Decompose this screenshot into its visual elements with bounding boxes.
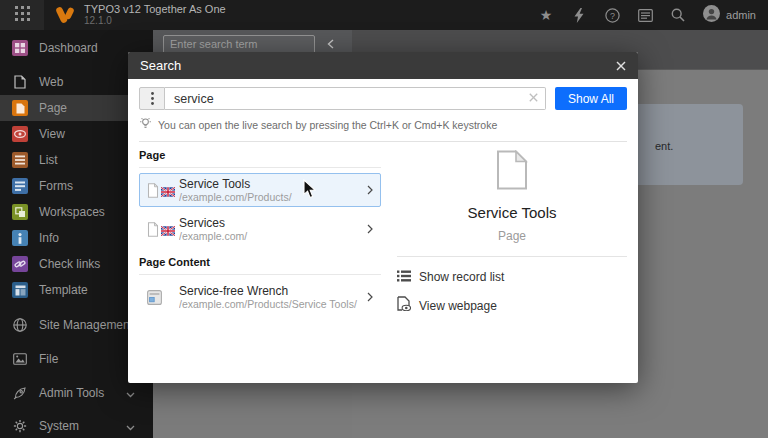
- sidebar-label: View: [39, 127, 65, 141]
- svg-text:?: ?: [610, 10, 615, 20]
- clear-search-icon[interactable]: [529, 93, 538, 102]
- record-list-icon: [397, 268, 411, 286]
- lightbulb-icon: [139, 116, 152, 134]
- sidebar-label: Page: [39, 101, 67, 115]
- chevron-right-icon: [363, 292, 373, 302]
- action-label: View webpage: [419, 299, 497, 313]
- result-icons: [147, 290, 179, 305]
- tree-search-input[interactable]: [163, 35, 315, 54]
- clear-cache-bolt-icon[interactable]: [571, 7, 587, 23]
- result-title: Service-free Wrench: [179, 284, 363, 298]
- preview-title: Service Tools: [397, 204, 627, 221]
- result-item-services[interactable]: Services /example.com/: [139, 212, 381, 246]
- result-path: /example.com/: [179, 230, 363, 242]
- site-name: TYPO3 v12 Together As One 12.1.0: [84, 4, 226, 26]
- list-module-icon: [12, 152, 28, 168]
- modal-search-row: Show All: [139, 87, 627, 110]
- typo3-logo-icon[interactable]: [54, 4, 76, 26]
- result-path: /example.com/Products/: [179, 191, 363, 203]
- results-layout: Page: [139, 142, 627, 325]
- modal-search-input-wrap: [165, 87, 546, 110]
- result-title: Services: [179, 216, 363, 230]
- shortcut-hint: You can open the live search by pressing…: [139, 116, 627, 134]
- live-search-modal: Search: [128, 52, 638, 383]
- result-texts: Services /example.com/: [179, 216, 363, 242]
- show-all-button[interactable]: Show All: [555, 87, 627, 110]
- globe-icon: [12, 317, 28, 333]
- content-element-icon: [147, 290, 162, 305]
- modal-header: Search: [128, 52, 638, 79]
- sidebar-label: Site Management: [39, 318, 133, 332]
- chevron-right-icon: [363, 185, 373, 195]
- search-options-kebab-button[interactable]: [139, 87, 165, 110]
- result-icons: [147, 222, 179, 237]
- modal-body: Show All You can open the live search by…: [128, 79, 638, 325]
- chevron-down-icon: [126, 417, 135, 435]
- user-menu[interactable]: admin: [703, 5, 756, 26]
- sidebar-label: Template: [39, 283, 88, 297]
- modal-title: Search: [140, 58, 181, 73]
- module-menu-toggle-button[interactable]: [0, 0, 44, 30]
- info-module-icon: [12, 230, 28, 246]
- topbar-tools: ★ ?: [538, 5, 768, 26]
- chevron-down-icon: [126, 384, 135, 402]
- file-image-icon: [12, 351, 28, 367]
- sidebar-label: Dashboard: [39, 41, 98, 55]
- sidebar-group-system[interactable]: System: [0, 413, 153, 438]
- check-links-chain-icon: [12, 256, 28, 272]
- sidebar-group-admin-tools[interactable]: Admin Tools: [0, 380, 153, 406]
- gear-icon: [12, 418, 28, 434]
- view-eye-icon: [12, 126, 28, 142]
- preview-column: Service Tools Page Show record list: [397, 142, 627, 325]
- page-module-icon: [12, 100, 28, 116]
- uk-flag-icon: [161, 187, 175, 197]
- sidebar-label: List: [39, 153, 58, 167]
- result-texts: Service Tools /example.com/Products/: [179, 177, 363, 203]
- section-title-page: Page: [139, 149, 381, 161]
- divider: [397, 256, 627, 257]
- action-label: Show record list: [419, 270, 504, 284]
- section-title-page-content: Page Content: [139, 256, 381, 268]
- typo3-backend: TYPO3 v12 Together As One 12.1.0 ★ ?: [0, 0, 768, 438]
- help-icon[interactable]: ?: [604, 7, 620, 23]
- username-label: admin: [726, 9, 756, 21]
- view-webpage-icon: [397, 296, 411, 315]
- system-information-icon[interactable]: [637, 7, 653, 23]
- topbar: TYPO3 v12 Together As One 12.1.0 ★ ?: [0, 0, 768, 30]
- search-icon[interactable]: [670, 7, 686, 23]
- divider: [139, 274, 381, 275]
- site-title: TYPO3 v12 Together As One: [84, 4, 226, 15]
- preview-type-label: Page: [397, 229, 627, 243]
- sidebar-label: Web: [39, 75, 63, 89]
- site-version: 12.1.0: [84, 15, 226, 26]
- callout-text-fragment: ent.: [655, 140, 673, 152]
- template-module-icon: [12, 282, 28, 298]
- rocket-icon: [12, 385, 28, 401]
- forms-module-icon: [12, 178, 28, 194]
- bookmarks-star-icon[interactable]: ★: [538, 7, 554, 23]
- dashboard-icon: [12, 40, 28, 56]
- result-item-service-free-wrench[interactable]: Service-free Wrench /example.com/Product…: [139, 280, 381, 314]
- result-icons: [147, 183, 179, 198]
- result-path: /example.com/Products/Service Tools/: [179, 298, 363, 310]
- collapse-tree-icon[interactable]: [327, 39, 334, 49]
- action-show-record-list[interactable]: Show record list: [397, 268, 627, 286]
- action-view-webpage[interactable]: View webpage: [397, 296, 627, 315]
- sidebar-label: Admin Tools: [39, 386, 104, 400]
- result-preview: Service Tools Page: [397, 150, 627, 243]
- close-icon[interactable]: [616, 61, 626, 71]
- sidebar-label: File: [39, 352, 58, 366]
- page-icon-large: [496, 150, 528, 194]
- app-grid-icon: [15, 6, 30, 25]
- sidebar-label: Workspaces: [39, 205, 105, 219]
- results-column: Page: [139, 142, 381, 325]
- result-texts: Service-free Wrench /example.com/Product…: [179, 284, 363, 310]
- uk-flag-icon: [161, 226, 175, 236]
- sidebar-label: Check links: [39, 257, 100, 271]
- divider: [139, 167, 381, 168]
- modal-search-input[interactable]: [165, 87, 546, 110]
- result-item-service-tools[interactable]: Service Tools /example.com/Products/: [139, 173, 381, 207]
- avatar: [703, 5, 720, 26]
- shortcut-hint-text: You can open the live search by pressing…: [158, 119, 497, 131]
- workspaces-module-icon: [12, 204, 28, 220]
